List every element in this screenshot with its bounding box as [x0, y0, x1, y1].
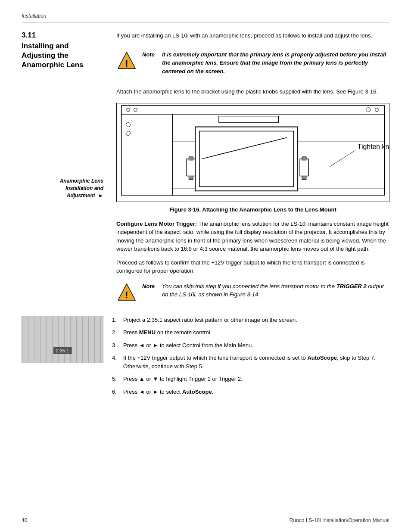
- footer: 40 Runco LS-10i Installation/Operation M…: [22, 517, 389, 523]
- configure-label: Configure Lens Motor Trigger:: [116, 221, 197, 227]
- note2-bold: TRIGGER 2: [336, 283, 367, 289]
- svg-rect-11: [195, 127, 298, 191]
- svg-rect-18: [302, 156, 306, 160]
- svg-point-9: [126, 131, 131, 135]
- svg-point-5: [134, 108, 137, 111]
- svg-rect-7: [121, 114, 173, 195]
- top-label: Installation: [22, 13, 389, 19]
- sidebar-label: Anamorphic LensInstallation andAdjustmen…: [22, 177, 108, 199]
- svg-text:!: !: [126, 60, 128, 67]
- page: Installation 3.11 Installing and Adjusti…: [0, 0, 411, 532]
- svg-rect-3: [121, 105, 385, 114]
- step-2-text: Press MENU on the remote control.: [123, 328, 389, 337]
- note-box-2: ! Note You can skip this step if you con…: [116, 282, 389, 303]
- note1-text: It is extremely important that the prima…: [162, 50, 389, 76]
- main-content: 3.11 Installing and Adjusting the Anamor…: [22, 31, 389, 311]
- svg-rect-10: [173, 114, 385, 195]
- step-4-text: If the +12V trigger output to which the …: [123, 354, 389, 370]
- svg-point-6: [375, 108, 379, 111]
- attach-text: Attach the anamorphic lens to the bracke…: [116, 87, 389, 96]
- step-5-text: Press or to highlight Trigger 1 or Trigg…: [123, 375, 389, 383]
- note-box-1: ! ! Note It is extremely important that …: [116, 47, 389, 79]
- sidebar-arrow: ►: [98, 192, 103, 199]
- svg-point-20: [366, 107, 371, 112]
- svg-rect-23: [219, 116, 279, 122]
- step-3-num: 3.: [112, 341, 121, 350]
- note1-label: Note: [142, 51, 158, 58]
- intro-text: If you are installing an LS-10i with an …: [116, 31, 389, 40]
- warning-triangle-icon: ! !: [116, 50, 137, 71]
- arrow-left-icon: [139, 342, 145, 348]
- note2-label: Note: [142, 283, 158, 289]
- step-1: 1. Project a 2.35:1 aspect ratio test pa…: [112, 316, 389, 324]
- step-4-num: 4.: [112, 354, 121, 370]
- svg-point-8: [126, 122, 131, 127]
- svg-rect-17: [300, 159, 308, 176]
- svg-line-13: [202, 137, 287, 159]
- step-1-num: 1.: [112, 316, 121, 324]
- steps-list-container: 1. Project a 2.35:1 aspect ratio test pa…: [112, 316, 389, 401]
- section-number: 3.11: [22, 31, 108, 40]
- configure-para: Configure Lens Motor Trigger: The anamor…: [116, 220, 389, 253]
- warning-triangle-icon-2: !: [116, 282, 137, 303]
- step-6: 6. Press or to select AutoScope.: [112, 388, 389, 396]
- section-title: Installing and Adjusting the Anamorphic …: [22, 41, 108, 70]
- svg-rect-16: [189, 176, 193, 179]
- aspect-label: 2.35:1: [53, 347, 72, 354]
- step-3: 3. Press or to select Control from the M…: [112, 341, 389, 350]
- step-5-num: 5.: [112, 375, 121, 383]
- step-1-text: Project a 2.35:1 aspect ratio test patte…: [123, 316, 389, 324]
- step-6-num: 6.: [112, 388, 121, 396]
- note2-text-italic: You can skip this step if you connected …: [162, 283, 336, 289]
- svg-rect-14: [187, 159, 195, 176]
- step-2-num: 2.: [112, 328, 121, 337]
- left-column: 3.11 Installing and Adjusting the Anamor…: [22, 31, 116, 311]
- lower-section: 2.35:1 1. Project a 2.35:1 aspect ratio …: [22, 316, 389, 401]
- proceed-para: Proceed as follows to confirm that the +…: [116, 258, 389, 275]
- arrow-down-icon: [153, 376, 159, 382]
- step-4: 4. If the +12V trigger output to which t…: [112, 354, 389, 370]
- top-rule: [22, 22, 389, 23]
- arrow-right-icon-2: [153, 389, 159, 395]
- lens-diagram: Tighten knobs: [116, 103, 389, 202]
- arrow-left-icon-2: [139, 389, 145, 395]
- arrow-up-icon: [139, 376, 145, 382]
- step-2: 2. Press MENU on the remote control.: [112, 328, 389, 337]
- step-3-text: Press or to select Control from the Main…: [123, 341, 389, 350]
- svg-rect-15: [189, 156, 193, 160]
- arrow-right-icon: [153, 342, 159, 348]
- svg-text:!: !: [125, 289, 128, 300]
- figure-caption: Figure 3-16. Attaching the Anamorphic Le…: [116, 206, 389, 213]
- step-5: 5. Press or to highlight Trigger 1 or Tr…: [112, 375, 389, 383]
- grid-pattern: 2.35:1: [22, 316, 103, 363]
- svg-point-4: [127, 108, 130, 111]
- right-column: If you are installing an LS-10i with an …: [116, 31, 389, 311]
- svg-rect-19: [302, 176, 306, 179]
- svg-line-21: [330, 150, 355, 167]
- note2-text: You can skip this step if you connected …: [162, 282, 389, 299]
- footer-page: 40: [22, 517, 27, 523]
- steps-list: 1. Project a 2.35:1 aspect ratio test pa…: [112, 316, 389, 396]
- aspect-ratio-image: 2.35:1: [22, 316, 103, 363]
- svg-text:Tighten knobs: Tighten knobs: [358, 143, 389, 150]
- footer-manual: Runco LS-10i Installation/Operation Manu…: [290, 517, 389, 523]
- step-6-text: Press or to select AutoScope.: [123, 388, 389, 396]
